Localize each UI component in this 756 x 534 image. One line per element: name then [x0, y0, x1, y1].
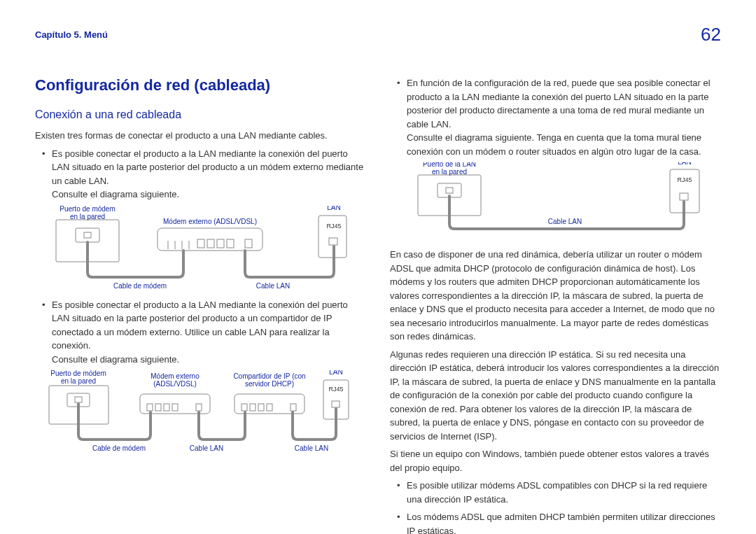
bullet-text: Los módems ADSL que admiten DHCP también…: [407, 512, 715, 534]
svg-rect-9: [207, 239, 214, 248]
bullet-text: Es posible conectar el producto a la LAN…: [52, 300, 348, 351]
label: RJ45: [677, 176, 692, 183]
page-number: 62: [701, 21, 721, 48]
label: Cable de módem: [92, 444, 146, 452]
label: Módem externo (ADSL/VDSL): [163, 218, 257, 225]
label: en la pared: [432, 168, 467, 176]
diagram-wall-direct: Puerto de la LAN en la pared LAN RJ45 Ca…: [390, 162, 721, 239]
bullet-item: Es posible utilizar módems ADSL compatib…: [400, 479, 721, 506]
bullet-item: En función de la configuración de la red…: [400, 76, 721, 158]
label: Módem externo: [150, 372, 200, 380]
bullet-text: Consulte el diagrama siguiente.: [52, 354, 179, 365]
label: Cable de módem: [113, 282, 167, 290]
svg-rect-2: [84, 232, 91, 238]
page-header: Capítulo 5. Menú 62: [35, 21, 721, 48]
svg-rect-22: [172, 404, 178, 411]
svg-rect-11: [227, 239, 234, 248]
label: Cable LAN: [295, 444, 328, 452]
svg-rect-31: [332, 401, 340, 407]
bullet-text: En función de la configuración de la red…: [407, 78, 710, 129]
svg-rect-27: [258, 404, 264, 411]
svg-rect-29: [290, 404, 296, 411]
label: (ADSL/VDSL): [153, 380, 197, 388]
svg-rect-21: [164, 404, 169, 411]
label: Cable LAN: [256, 282, 290, 290]
bullet-item: Es posible conectar el producto a la LAN…: [45, 147, 366, 202]
svg-rect-14: [329, 238, 337, 245]
right-column: En función de la configuración de la red…: [390, 73, 721, 534]
label: en la pared: [70, 213, 105, 220]
intro-text: Existen tres formas de conectar el produ…: [35, 129, 366, 143]
subsection-title: Conexión a una red cableada: [35, 106, 366, 123]
svg-rect-26: [250, 404, 255, 411]
content-columns: Configuración de red (cableada) Conexión…: [35, 73, 721, 534]
diagram-modem-direct: Puerto de módem en la pared Módem extern…: [35, 206, 366, 290]
label: Puerto de módem: [59, 206, 115, 213]
label: Puerto de la LAN: [423, 162, 476, 168]
bullet-item: Los módems ADSL que admiten DHCP también…: [400, 510, 721, 534]
label: RJ45: [326, 223, 341, 230]
svg-rect-23: [196, 404, 202, 411]
left-column: Configuración de red (cableada) Conexión…: [35, 73, 366, 534]
svg-rect-19: [147, 404, 153, 411]
bullet-text: Es posible conectar el producto a la LAN…: [52, 148, 363, 186]
label: RJ45: [328, 386, 343, 393]
svg-rect-17: [75, 397, 82, 402]
diagram-modem-ipsharer: Puerto de módem en la pared Módem extern…: [35, 370, 366, 454]
label: Cable LAN: [190, 444, 223, 452]
svg-rect-8: [197, 239, 204, 248]
section-title: Configuración de red (cableada): [35, 73, 366, 97]
label: Compartidor de IP (con: [233, 372, 305, 380]
svg-rect-12: [245, 239, 252, 248]
paragraph: En caso de disponer de una red dinámica,…: [390, 248, 721, 344]
bullet-item: Es posible conectar el producto a la LAN…: [45, 298, 366, 367]
bullet-text: Consulte el diagrama siguiente.: [52, 189, 179, 199]
paragraph: Algunas redes requieren una dirección IP…: [390, 348, 721, 444]
paragraph: Si tiene un equipo con Windows, también …: [390, 447, 721, 475]
label: en la pared: [61, 377, 96, 385]
label: LAN: [327, 206, 340, 211]
label: servidor DHCP): [245, 380, 294, 388]
label: LAN: [329, 370, 342, 376]
svg-rect-34: [446, 188, 453, 193]
bullet-text: Es posible utilizar módems ADSL compatib…: [407, 480, 707, 505]
svg-rect-10: [217, 239, 224, 248]
svg-rect-20: [155, 404, 161, 411]
svg-rect-25: [241, 404, 247, 411]
chapter-label: Capítulo 5. Menú: [35, 28, 108, 42]
bullet-text: Consulte el diagrama siguiente. Tenga en…: [407, 132, 701, 157]
label: Puerto de módem: [50, 370, 106, 377]
svg-rect-36: [680, 193, 688, 200]
svg-rect-28: [267, 404, 272, 411]
label: LAN: [678, 162, 691, 166]
label: Cable LAN: [548, 218, 582, 225]
